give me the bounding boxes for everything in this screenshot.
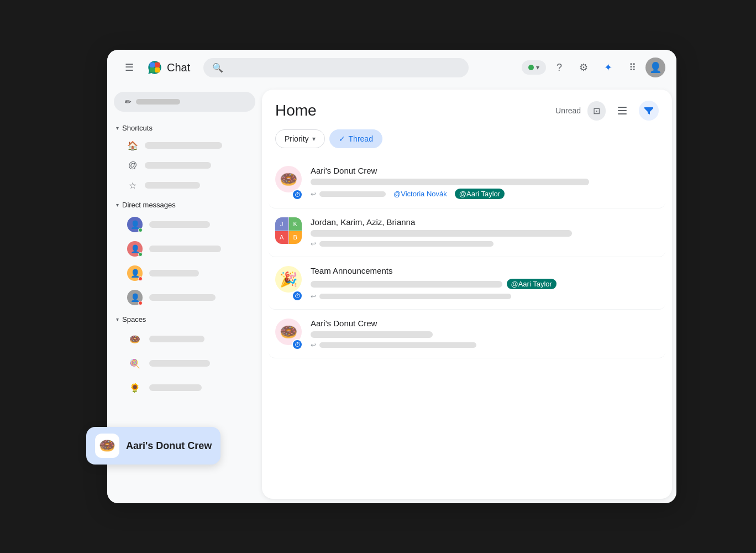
group-cell-4: B [289,231,302,244]
reply-icon-2: ↩ [311,240,316,248]
filter-button[interactable] [639,101,659,121]
thread-badge-1: ⏱ [292,189,303,200]
sidebar-item-mentions[interactable]: @ [107,155,255,175]
tooltip-icon: 🍩 [95,434,119,458]
group-cell-2: K [289,217,302,231]
new-chat-section: ✏ [114,92,255,112]
dm-item-1[interactable]: 👤 [107,212,255,237]
dm-avatar-2: 👤 [127,241,143,257]
thread-badge-3: ⏱ [292,290,303,301]
space-icon-2: 🍭 [127,356,143,371]
thread-preview-bar-2 [311,230,572,237]
topbar: ☰ Chat 🔍 [107,50,676,85]
dm-label-4 [149,294,216,301]
group-cell-3: A [275,231,288,244]
search-icon: 🔍 [212,62,223,73]
dm-item-2[interactable]: 👤 [107,237,255,261]
space-label-2 [149,360,210,367]
help-button[interactable]: ? [548,56,570,79]
sidebar-section-dm: ▾ Direct messages 👤 👤 [107,197,262,310]
home-label-bar [145,142,222,149]
dm-label: Direct messages [122,201,176,209]
online-badge-1 [138,228,143,232]
thread-name-3: Team Announcements [311,266,659,275]
dm-header[interactable]: ▾ Direct messages [107,197,262,212]
status-dot [528,65,534,70]
search-input[interactable] [228,63,460,72]
sidebar-item-starred[interactable]: ☆ [107,175,255,195]
priority-chevron: ▾ [312,135,316,143]
space-item-2[interactable]: 🍭 [107,351,255,375]
thread-name-4: Aari's Donut Crew [311,319,659,328]
shortcuts-chevron: ▾ [116,125,119,131]
dm-item-3[interactable]: 👤 [107,261,255,285]
unread-toggle[interactable]: ⊡ [587,101,606,121]
main-content: Home Unread ⊡ [262,90,672,499]
thread-reply-bar-2 [319,241,494,247]
thread-reply-row-1: ↩ @Victoria Novák @Aari Taylor [311,189,659,199]
space-item-1[interactable]: 🍩 [107,327,255,351]
topbar-actions: ▾ ? ⚙ ✦ ⠿ 👤 [522,56,665,79]
online-badge-3 [138,276,143,281]
shortcuts-label: Shortcuts [122,124,153,132]
thread-preview-bar-1 [311,179,589,185]
thread-item-4[interactable]: 🍩 ⏱ Aari's Donut Crew ↩ [269,310,665,358]
settings-button[interactable]: ⚙ [573,56,595,79]
search-bar: 🔍 [203,58,469,77]
reply-icon-3: ↩ [311,293,316,300]
mentions-label-bar [145,162,211,169]
thread-content-1: Aari's Donut Crew ↩ @Victoria Novák @Aar… [311,166,659,199]
thread-preview-bar-4 [311,331,433,338]
thread-avatar-wrap-2: J K A B [275,217,302,248]
thread-badge-4: ⏱ [292,339,303,350]
floating-tooltip: 🍩 Aari's Donut Crew [86,427,221,465]
thread-item-1[interactable]: 🍩 ⏱ Aari's Donut Crew ↩ @Victoria Novák … [269,157,665,208]
thread-avatar-wrap-1: 🍩 ⏱ [275,166,302,199]
thread-label: Thread [349,134,373,143]
dm-chevron: ▾ [116,202,119,208]
priority-tab[interactable]: Priority ▾ [275,129,325,148]
view-toggle-button[interactable] [612,101,632,121]
thread-item-2[interactable]: J K A B Jordan, Karim, Aziz, Brianna ↩ [269,208,665,257]
thread-content-4: Aari's Donut Crew ↩ [311,319,659,349]
menu-icon[interactable]: ☰ [118,56,140,79]
status-chevron: ▾ [536,64,539,71]
dm-avatar-1: 👤 [127,217,143,232]
content-header: Home Unread ⊡ [262,90,672,127]
group-cell-1: J [275,217,288,231]
app-title: Chat [167,61,190,74]
spaces-header[interactable]: ▾ Spaces [107,312,262,327]
thread-avatar-3: 🎉 [275,266,302,293]
tooltip-emoji: 🍩 [99,438,116,453]
dm-avatar-4: 👤 [127,290,143,305]
thread-reply-row-4: ↩ [311,341,659,349]
thread-name-2: Jordan, Karim, Aziz, Brianna [311,217,659,227]
dm-item-4[interactable]: 👤 [107,285,255,310]
thread-item-3[interactable]: 🎉 ⏱ Team Announcements @Aari Taylor ↩ [269,257,665,310]
apps-button[interactable]: ⠿ [621,56,643,79]
space-label-1 [149,336,204,342]
thread-tab[interactable]: ✓ Thread [329,129,382,148]
gemini-button[interactable]: ✦ [597,56,619,79]
sidebar-item-home[interactable]: 🏠 [107,135,255,155]
new-chat-icon: ✏ [125,97,132,106]
sidebar-section-spaces: ▾ Spaces 🍩 🍭 🌻 [107,312,262,400]
status-button[interactable]: ▾ [522,60,546,75]
thread-avatar-wrap-4: 🍩 ⏱ [275,319,302,349]
space-label-3 [149,384,202,391]
spaces-chevron: ▾ [116,316,119,322]
mention-victoria: @Victoria Novák [389,189,452,199]
thread-content-2: Jordan, Karim, Aziz, Brianna ↩ [311,217,659,248]
space-item-3[interactable]: 🌻 [107,375,255,400]
new-chat-button[interactable]: ✏ [114,92,255,112]
user-avatar[interactable]: 👤 [645,58,665,77]
thread-reply-row-2: ↩ [311,240,659,248]
thread-name-1: Aari's Donut Crew [311,166,659,175]
thread-reply-row-3: ↩ [311,293,659,300]
thread-check: ✓ [339,134,345,143]
page-title: Home [275,102,549,119]
home-icon: 🏠 [127,140,138,151]
shortcuts-header[interactable]: ▾ Shortcuts [107,121,262,135]
svg-rect-6 [618,113,627,114]
thread-reply-bar-3 [319,294,511,299]
